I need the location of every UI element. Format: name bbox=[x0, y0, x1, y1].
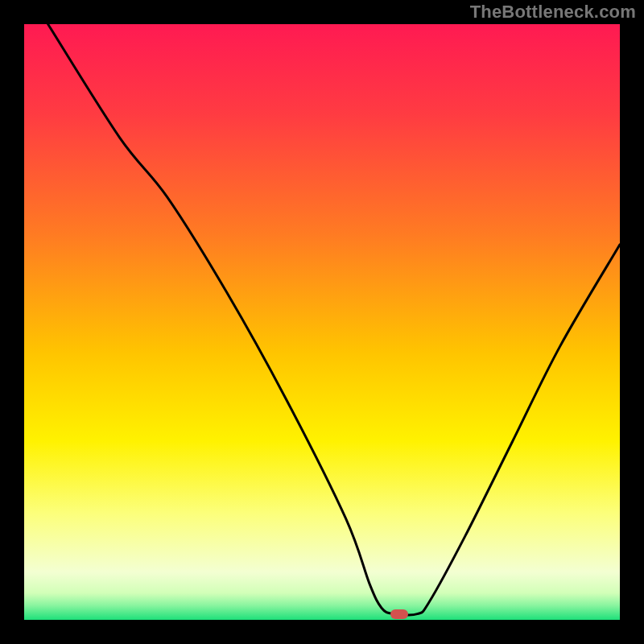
optimal-point-marker bbox=[390, 609, 408, 619]
chart-background bbox=[24, 24, 620, 620]
bottleneck-chart bbox=[24, 24, 620, 620]
watermark-text: TheBottleneck.com bbox=[470, 2, 636, 23]
